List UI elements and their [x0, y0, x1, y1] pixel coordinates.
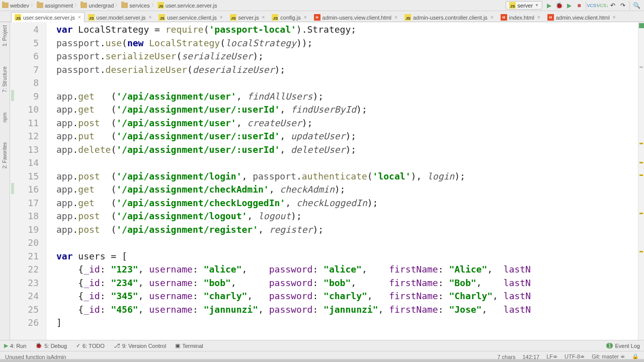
breadcrumb-item[interactable]: services	[121, 3, 149, 9]
chevron-right-icon: 〉	[115, 2, 120, 9]
tab-label: user.model.server.js	[97, 15, 146, 21]
event-log-button[interactable]: 1Event Log	[606, 343, 640, 349]
tool-window-button[interactable]: 7: Structure	[2, 66, 8, 93]
tool-icon: ✓	[76, 342, 80, 349]
tool-window-button[interactable]: 2: Favorites	[2, 142, 8, 168]
stop-button[interactable]: ■	[576, 2, 583, 9]
redo-button[interactable]: ↷	[619, 2, 626, 9]
line-number[interactable]: 12	[10, 130, 39, 143]
code-area[interactable]: var LocalStrategy = require('passport-lo…	[46, 22, 644, 340]
close-icon[interactable]: ×	[394, 15, 397, 20]
editor-tab[interactable]: config.js×	[268, 12, 310, 22]
close-icon[interactable]: ×	[148, 15, 151, 20]
line-number[interactable]: 17	[10, 197, 39, 210]
js-icon	[230, 14, 236, 21]
code-editor[interactable]: 4567891011121314151617181920212223242526…	[10, 22, 644, 340]
stripe-marker[interactable]	[639, 162, 643, 163]
tool-window-button[interactable]: 🐞5: Debug	[35, 342, 67, 349]
close-icon[interactable]: ×	[491, 15, 494, 20]
editor-tab[interactable]: admin.view.client.html×	[544, 12, 619, 22]
run-button[interactable]: ▶	[545, 2, 552, 9]
line-number[interactable]: 8	[10, 76, 39, 90]
line-number[interactable]: 9	[10, 90, 39, 104]
line-number[interactable]: 15	[10, 170, 39, 184]
tool-icon: ▣	[175, 342, 180, 349]
breadcrumb-label: undergrad	[89, 3, 114, 9]
editor-tab[interactable]: user.model.server.js×	[85, 12, 155, 22]
close-icon[interactable]: ×	[262, 15, 265, 20]
stripe-marker[interactable]	[639, 66, 643, 68]
breadcrumb-item[interactable]: undergrad	[80, 3, 114, 9]
line-number[interactable]: 22	[10, 263, 39, 277]
js-icon	[272, 14, 278, 21]
close-icon[interactable]: ×	[78, 15, 81, 20]
line-number[interactable]: 21	[10, 250, 39, 263]
line-number[interactable]: 5	[10, 37, 39, 50]
stripe-marker[interactable]	[639, 251, 643, 252]
close-icon[interactable]: ×	[613, 15, 616, 20]
tool-icon: ⎇	[114, 342, 120, 349]
gutter[interactable]: 4567891011121314151617181920212223242526	[10, 22, 46, 340]
error-stripe[interactable]	[638, 22, 644, 340]
stripe-marker[interactable]	[639, 143, 643, 144]
folder-icon	[121, 3, 128, 8]
vcs-update-button[interactable]: VCS↑	[589, 2, 596, 9]
line-number[interactable]: 19	[10, 223, 39, 237]
chevron-right-icon: 〉	[74, 2, 79, 9]
line-number[interactable]: 14	[10, 156, 39, 170]
vcs-commit-button[interactable]: VCS↓	[599, 2, 606, 9]
editor-tab[interactable]: server.js×	[226, 12, 269, 22]
breadcrumb: webdev〉assignment〉undergrad〉services〉use…	[2, 2, 506, 9]
js-icon	[158, 14, 165, 21]
tab-label: user.service.client.js	[167, 15, 216, 21]
run-config-selector[interactable]: server ▼	[506, 1, 542, 10]
line-number[interactable]: 6	[10, 50, 39, 63]
line-number[interactable]: 16	[10, 183, 39, 197]
tool-label: 6: TODO	[83, 343, 105, 349]
undo-button[interactable]: ↶	[609, 2, 616, 9]
tab-label: admin.view.client.html	[556, 15, 610, 21]
chevron-down-icon: ▼	[535, 3, 539, 8]
editor-tab[interactable]: admin-users.controller.client.js×	[401, 12, 497, 22]
editor-tab[interactable]: index.html×	[497, 12, 544, 22]
tool-window-button[interactable]: ▣Terminal	[175, 342, 203, 349]
editor-tab[interactable]: admin-users.view.client.html×	[310, 12, 401, 22]
close-icon[interactable]: ×	[537, 15, 540, 20]
line-number[interactable]: 23	[10, 277, 39, 290]
tool-window-button[interactable]: ⎇9: Version Control	[114, 342, 166, 349]
line-number[interactable]: 11	[10, 117, 39, 130]
tool-icon: ▶	[4, 342, 8, 349]
editor-tab[interactable]: user.service.server.js×	[11, 12, 85, 22]
line-number[interactable]: 26	[10, 316, 39, 330]
line-number[interactable]: 4	[10, 23, 39, 37]
stripe-marker[interactable]	[639, 174, 643, 176]
line-number[interactable]: 10	[10, 103, 39, 117]
line-number[interactable]: 18	[10, 210, 39, 223]
inspection-indicator[interactable]	[639, 23, 644, 28]
breadcrumb-item[interactable]: webdev	[2, 3, 29, 9]
breadcrumb-label: assignment	[45, 3, 73, 9]
breadcrumb-item[interactable]: assignment	[37, 3, 73, 9]
run-coverage-button[interactable]: ▶	[566, 2, 573, 9]
line-number[interactable]: 13	[10, 143, 39, 157]
breadcrumb-item[interactable]: user.service.server.js	[157, 2, 217, 9]
line-number[interactable]: 7	[10, 63, 39, 77]
change-marker[interactable]	[11, 90, 14, 101]
line-number[interactable]: 25	[10, 303, 39, 317]
close-icon[interactable]: ×	[220, 15, 223, 20]
editor-tab[interactable]: user.service.client.js×	[155, 12, 226, 22]
tool-window-button[interactable]: 1: Project	[2, 25, 8, 46]
line-number[interactable]: 20	[10, 236, 39, 250]
close-icon[interactable]: ×	[304, 15, 307, 20]
tool-window-button[interactable]: ✓6: TODO	[76, 342, 105, 349]
tab-label: index.html	[509, 15, 534, 21]
stripe-marker[interactable]	[639, 213, 643, 214]
search-button[interactable]: 🔍	[633, 2, 640, 9]
folder-icon	[2, 3, 9, 8]
debug-button[interactable]: 🐞	[555, 2, 562, 9]
html-icon	[501, 14, 507, 21]
change-marker[interactable]	[11, 183, 14, 194]
tool-window-button[interactable]: npm	[2, 113, 8, 122]
tool-window-button[interactable]: ▶4: Run	[4, 342, 26, 349]
line-number[interactable]: 24	[10, 290, 39, 303]
